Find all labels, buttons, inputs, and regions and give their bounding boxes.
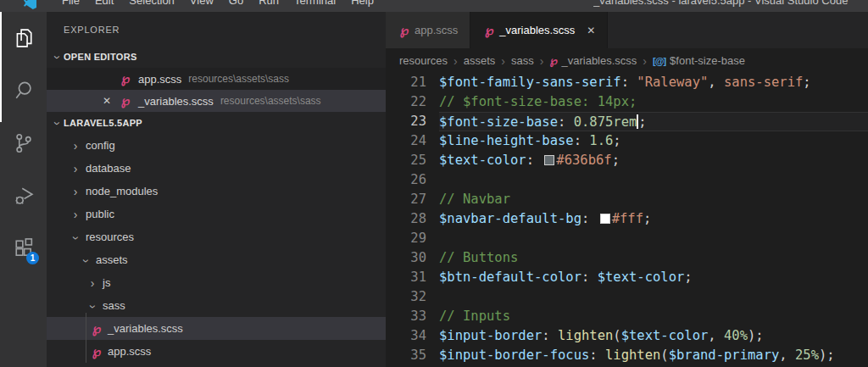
color-swatch[interactable] <box>600 214 610 224</box>
activity-extensions-button[interactable]: 1 <box>0 222 47 275</box>
tab-bar: ℘app.scss℘_variables.scss✕ <box>386 12 868 48</box>
token: : <box>574 133 590 148</box>
code-line-33[interactable]: 33// Inputs <box>386 307 868 326</box>
tree-item-_variables.scss[interactable]: ℘_variables.scss <box>47 317 386 340</box>
code-line-31[interactable]: 31$btn-default-color: $text-color; <box>386 268 868 287</box>
line-content <box>439 287 868 307</box>
tree-item-public[interactable]: ›public <box>47 203 386 225</box>
open-editor-app.scss[interactable]: ℘app.scssresources\assets\sass <box>47 68 386 90</box>
line-number: 28 <box>386 209 439 229</box>
activity-run-debug-button[interactable] <box>0 170 47 222</box>
sidebar-explorer: EXPLORER › OPEN EDITORS ℘app.scssresourc… <box>47 12 386 367</box>
close-tab-button[interactable]: ✕ <box>587 25 595 36</box>
project-header[interactable]: › LARAVEL5.5APP <box>47 112 386 134</box>
code-line-25[interactable]: 25$text-color: #636b6f; <box>386 151 868 170</box>
code-editor[interactable]: 21$font-family-sans-serif: "Raleway", sa… <box>386 73 868 367</box>
chevron-right-icon: › <box>69 208 82 221</box>
breadcrumb-label: resources <box>399 54 448 67</box>
chevron-right-icon: › <box>86 276 99 290</box>
color-swatch[interactable] <box>544 155 554 165</box>
menu-edit[interactable]: Edit <box>87 0 121 7</box>
code-line-34[interactable]: 34$input-border: lighten($text-color, 40… <box>386 326 868 346</box>
close-editor-button[interactable]: ✕ <box>96 95 118 107</box>
code-line-32[interactable]: 32 <box>386 287 868 307</box>
code-line-35[interactable]: 35$input-border-focus: lighten($brand-pr… <box>386 346 868 365</box>
token: , <box>708 328 724 343</box>
token: lighten <box>605 348 660 363</box>
line-number: 35 <box>386 346 439 365</box>
menu-terminal[interactable]: Terminal <box>287 0 343 7</box>
tree-item-js[interactable]: ›js <box>47 271 386 294</box>
open-editors-header[interactable]: › OPEN EDITORS <box>47 46 386 68</box>
breadcrumb-item-sass[interactable]: sass <box>511 54 534 67</box>
open-editor-_variables.scss[interactable]: ✕℘_variables.scssresources\assets\sass <box>47 90 386 112</box>
tree-item-label: config <box>86 139 115 152</box>
menu-go[interactable]: Go <box>221 0 251 7</box>
source-control-icon <box>12 131 36 155</box>
tab-app.scss[interactable]: ℘app.scss <box>386 12 470 48</box>
line-content: $text-color: #636b6f; <box>439 151 868 170</box>
breadcrumb-item-font-size-base[interactable]: [@]$font-size-base <box>653 54 745 67</box>
code-line-22[interactable]: 22// $font-size-base: 14px; <box>386 92 868 112</box>
code-line-27[interactable]: 27// Navbar <box>386 190 868 209</box>
menu-help[interactable]: Help <box>343 0 381 7</box>
breadcrumb-item-_variables.scss[interactable]: ℘_variables.scss <box>549 54 637 67</box>
code-line-30[interactable]: 30// Buttons <box>386 248 868 268</box>
sass-icon: ℘ <box>89 321 104 336</box>
tree-item-config[interactable]: ›config <box>47 134 386 157</box>
line-content: // Inputs <box>439 307 868 326</box>
code-line-29[interactable]: 29 <box>386 229 868 248</box>
activity-explorer-button[interactable] <box>0 12 47 64</box>
tree-item-resources[interactable]: ›resources <box>47 225 386 248</box>
token: 1.6 <box>589 133 613 148</box>
token: $text-color <box>621 328 709 343</box>
tree-item-node_modules[interactable]: ›node_modules <box>47 180 386 203</box>
menu-view[interactable]: View <box>182 0 221 7</box>
token: ; <box>643 211 651 226</box>
code-line-24[interactable]: 24$line-height-base: 1.6; <box>386 131 868 151</box>
tab-_variables.scss[interactable]: ℘_variables.scss✕ <box>470 12 608 48</box>
line-number: 25 <box>386 151 439 170</box>
code-line-26[interactable]: 26 <box>386 170 868 190</box>
menu-selection[interactable]: Selection <box>121 0 181 7</box>
tree-item-label: resources <box>86 231 134 243</box>
line-number: 23 <box>386 112 439 131</box>
line-number: 26 <box>386 170 439 190</box>
tree-item-database[interactable]: ›database <box>47 157 386 180</box>
activity-source-control-button[interactable] <box>0 117 47 170</box>
token: $navbar-default-bg <box>439 211 581 226</box>
tree-item-sass[interactable]: ›sass <box>47 294 386 317</box>
activity-bar: 1 <box>0 12 47 367</box>
token: 0.875rem <box>574 114 637 130</box>
code-line-28[interactable]: 28$navbar-default-bg: #fff; <box>386 209 868 229</box>
menu-run[interactable]: Run <box>251 0 287 7</box>
token: // Inputs <box>439 309 510 324</box>
chevron-down-icon: › <box>51 51 64 64</box>
line-content <box>439 170 868 190</box>
line-number: 24 <box>386 131 439 151</box>
sass-icon: ℘ <box>118 71 133 86</box>
line-number: 34 <box>386 326 439 346</box>
code-line-23[interactable]: 23$font-size-base: 0.875rem; <box>386 112 868 131</box>
menu-file[interactable]: File <box>54 0 87 7</box>
line-content: // Buttons <box>439 248 868 268</box>
breadcrumb-item-resources[interactable]: resources <box>399 54 448 67</box>
breadcrumb: resources›assets›sass›℘_variables.scss›[… <box>386 48 868 73</box>
code-line-21[interactable]: 21$font-family-sans-serif: "Raleway", sa… <box>386 73 868 92</box>
chevron-separator-icon: › <box>453 54 458 68</box>
breadcrumb-item-assets[interactable]: assets <box>464 54 496 67</box>
tree-item-app.scss[interactable]: ℘app.scss <box>47 340 386 363</box>
tree-item-assets[interactable]: ›assets <box>47 248 386 271</box>
chevron-separator-icon: › <box>540 54 544 68</box>
tree-item-label: sass <box>103 299 125 312</box>
token: $btn-default-color <box>439 270 581 285</box>
token: #fff <box>612 211 643 226</box>
sidebar-title: EXPLORER <box>47 12 386 46</box>
tab-label: app.scss <box>415 24 458 36</box>
chevron-separator-icon: › <box>501 54 505 68</box>
line-number: 32 <box>386 287 439 307</box>
sass-icon: ℘ <box>89 344 104 359</box>
editor-group: ℘app.scss℘_variables.scss✕ resources›ass… <box>386 12 868 367</box>
activity-search-button[interactable] <box>0 64 47 117</box>
line-number: 30 <box>386 248 439 268</box>
